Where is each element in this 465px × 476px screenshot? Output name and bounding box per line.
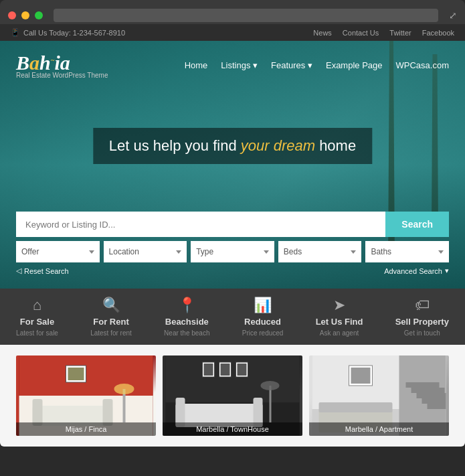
svg-rect-21 <box>204 364 213 376</box>
listing-card-3[interactable]: Marbella / Apartment <box>309 355 449 436</box>
baths-select[interactable]: Baths <box>365 241 449 262</box>
expand-icon[interactable]: ⤢ <box>449 10 457 21</box>
twitter-link[interactable]: Twitter <box>389 29 411 37</box>
sell-property-sub: Get in touch <box>404 329 440 337</box>
hero-headline: Let us help you find your dream home <box>93 128 372 164</box>
contact-link[interactable]: Contact Us <box>343 29 379 37</box>
facebook-link[interactable]: Facebook <box>422 29 454 37</box>
let-us-find-label: Let Us Find <box>316 317 363 327</box>
top-bar-phone: 📱 Call Us Today: 1-234-567-8910 <box>11 28 125 37</box>
listing-label-3: Marbella / Apartment <box>309 422 449 436</box>
category-beachside[interactable]: 📍 Beachside Near the beach <box>164 297 209 337</box>
beachside-icon: 📍 <box>178 297 196 314</box>
headline-em: your dream <box>241 137 315 154</box>
svg-rect-30 <box>351 368 371 384</box>
search-button[interactable]: Search <box>385 212 449 237</box>
beachside-sub: Near the beach <box>164 329 209 337</box>
search-box: Search Offer Location Type Beds Baths <box>16 212 449 275</box>
svg-rect-22 <box>221 364 230 376</box>
address-bar[interactable] <box>54 9 438 22</box>
svg-rect-9 <box>68 368 84 380</box>
svg-rect-35 <box>428 404 446 409</box>
svg-rect-31 <box>406 382 440 388</box>
sell-property-icon: 🏷 <box>415 297 430 314</box>
nav-features[interactable]: Features ▾ <box>271 60 312 70</box>
search-row-main: Search <box>16 212 449 237</box>
category-for-rent[interactable]: 🔍 For Rent Latest for rent <box>90 297 132 337</box>
svg-rect-4 <box>33 399 43 426</box>
nav-links: Home Listings ▾ Features ▾ Example Page … <box>185 60 449 70</box>
traffic-light-red[interactable] <box>8 11 16 19</box>
listing-label-2: Marbella / TownHouse <box>163 422 302 436</box>
for-rent-label: For Rent <box>93 317 128 327</box>
offer-select[interactable]: Offer <box>16 241 100 262</box>
reset-search-button[interactable]: ◁ Reset Search <box>16 266 69 275</box>
svg-point-7 <box>114 384 134 394</box>
advanced-search-button[interactable]: Advanced Search ▾ <box>384 266 449 275</box>
beachside-label: Beachside <box>165 317 209 327</box>
nav-home[interactable]: Home <box>185 60 208 70</box>
reduced-sub: Price reduced <box>242 329 284 337</box>
listing-label-1: Mijas / Finca <box>16 422 156 436</box>
search-filters: Offer Location Type Beds Baths <box>16 241 449 262</box>
navbar: Bah~ia Real Estate WordPress Theme Home … <box>0 41 465 90</box>
category-let-us-find[interactable]: ➤ Let Us Find Ask an agent <box>316 297 363 337</box>
svg-rect-28 <box>319 402 393 412</box>
svg-rect-5 <box>103 399 113 426</box>
phone-number: Call Us Today: 1-234-567-8910 <box>23 29 125 37</box>
category-reduced[interactable]: 📊 Reduced Price reduced <box>242 297 284 337</box>
search-input[interactable] <box>16 212 385 237</box>
sell-property-label: Sell Property <box>395 317 449 327</box>
top-bar: 📱 Call Us Today: 1-234-567-8910 News Con… <box>0 24 465 41</box>
for-sale-label: For Sale <box>20 317 54 327</box>
for-sale-sub: Latest for sale <box>16 329 58 337</box>
let-us-find-icon: ➤ <box>333 297 345 314</box>
traffic-light-yellow[interactable] <box>21 11 29 19</box>
hero-section: Bah~ia Real Estate WordPress Theme Home … <box>0 41 465 289</box>
svg-point-17 <box>261 381 280 390</box>
let-us-find-sub: Ask an agent <box>320 329 359 337</box>
for-rent-sub: Latest for rent <box>90 329 132 337</box>
news-link[interactable]: News <box>313 29 332 37</box>
nav-listings[interactable]: Listings ▾ <box>221 60 258 70</box>
listing-card-2[interactable]: Marbella / TownHouse <box>163 355 302 436</box>
category-sell-property[interactable]: 🏷 Sell Property Get in touch <box>395 297 449 337</box>
svg-rect-16 <box>270 386 272 422</box>
svg-rect-34 <box>422 398 446 404</box>
for-sale-icon: ⌂ <box>33 297 41 314</box>
svg-rect-11 <box>166 355 300 402</box>
top-bar-right: News Contact Us Twitter Facebook <box>313 29 454 37</box>
svg-rect-23 <box>238 364 247 376</box>
browser-content: 📱 Call Us Today: 1-234-567-8910 News Con… <box>0 24 465 447</box>
traffic-light-green[interactable] <box>35 11 43 19</box>
nav-example[interactable]: Example Page <box>326 60 383 70</box>
listing-card-1[interactable]: Mijas / Finca <box>16 355 156 436</box>
category-for-sale[interactable]: ⌂ For Sale Latest for sale <box>16 297 58 337</box>
type-select[interactable]: Type <box>191 241 274 262</box>
phone-icon: 📱 <box>11 28 20 37</box>
headline-text: Let us help you find your dream home <box>109 137 356 155</box>
beds-select[interactable]: Beds <box>278 241 362 262</box>
for-rent-icon: 🔍 <box>102 297 120 314</box>
search-row-actions: ◁ Reset Search Advanced Search ▾ <box>16 266 449 275</box>
nav-wpcasa[interactable]: WPCasa.com <box>396 60 449 70</box>
browser-chrome: ⤢ <box>0 0 465 24</box>
location-select[interactable]: Location <box>104 241 187 262</box>
svg-rect-33 <box>417 393 446 398</box>
reduced-label: Reduced <box>244 317 281 327</box>
listings-section: Mijas / Finca <box>0 345 465 447</box>
svg-rect-32 <box>411 388 445 393</box>
categories-bar: ⌂ For Sale Latest for sale 🔍 For Rent La… <box>0 289 465 345</box>
reduced-icon: 📊 <box>254 297 272 314</box>
logo: Bah~ia Real Estate WordPress Theme <box>16 52 108 79</box>
